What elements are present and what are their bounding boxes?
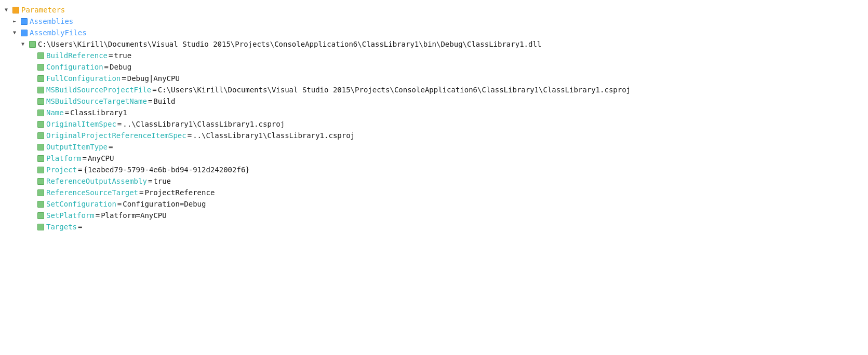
property-row[interactable]: FullConfiguration = Debug|AnyCPU [0,73,868,84]
property-value: ProjectReference [144,187,215,198]
property-icon [37,201,44,208]
equals-sign: = [109,141,113,153]
property-row[interactable]: MSBuildSourceProjectFile = C:\Users\Kiri… [0,84,868,95]
equals-sign: = [78,164,82,175]
property-row[interactable]: Targets = [0,221,868,233]
parameters-label: Parameters [21,4,65,16]
assemblyfiles-expander[interactable]: ▼ [10,29,19,37]
property-icon [37,189,44,196]
property-icon [37,132,44,139]
property-row[interactable]: OutputItemType = [0,141,868,153]
equals-sign: = [109,50,113,61]
property-row[interactable]: Project = {1eabed79-5799-4e6b-bd94-912d2… [0,164,868,175]
property-value: Debug [110,61,131,73]
property-name: FullConfiguration [46,73,121,84]
equals-sign: = [82,153,86,164]
property-row[interactable]: OriginalItemSpec = ..\ClassLibrary1\Clas… [0,118,868,130]
property-value: C:\Users\Kirill\Documents\Visual Studio … [158,84,631,95]
property-name: BuildReference [46,50,108,61]
property-icon [37,178,44,185]
assemblyfiles-row[interactable]: ▼ AssemblyFiles [0,27,868,38]
property-name: Platform [46,153,81,164]
property-icon [37,64,44,71]
property-icon [37,167,44,173]
property-name: ReferenceOutputAssembly [46,175,147,187]
property-name: Configuration [46,61,103,73]
property-value: AnyCPU [88,153,114,164]
property-value: true [114,50,131,61]
property-icon [37,98,44,105]
property-name: OriginalItemSpec [46,118,116,130]
equals-sign: = [104,61,109,73]
property-row[interactable]: OriginalProjectReferenceItemSpec = ..\Cl… [0,130,868,141]
property-row[interactable]: ReferenceSourceTarget = ProjectReference [0,187,868,198]
dll-row[interactable]: ▼ C:\Users\Kirill\Documents\Visual Studi… [0,38,868,50]
assemblies-icon [21,18,28,25]
property-icon [37,144,44,151]
dll-expander[interactable]: ▼ [19,40,27,48]
property-name: SetPlatform [46,210,95,221]
property-icon [37,87,44,93]
property-name: SetConfiguration [46,198,116,210]
properties-container: BuildReference = trueConfiguration = Deb… [0,50,868,233]
property-name: Targets [46,221,77,233]
assemblies-expander[interactable]: ► [10,17,19,25]
property-name: Project [46,164,77,175]
assemblyfiles-icon [21,30,28,36]
property-value: Debug|AnyCPU [127,73,180,84]
equals-sign: = [117,118,122,130]
property-row[interactable]: SetConfiguration = Configuration=Debug [0,198,868,210]
equals-sign: = [65,107,69,118]
tree-container: ▼ Parameters ► Assemblies ▼ AssemblyFile… [0,0,868,237]
property-icon [37,75,44,82]
property-row[interactable]: MSBuildSourceTargetName = Build [0,95,868,107]
property-row[interactable]: Platform = AnyCPU [0,153,868,164]
dll-path-label: C:\Users\Kirill\Documents\Visual Studio … [38,38,541,50]
assemblies-label: Assemblies [30,16,73,27]
property-name: ReferenceSourceTarget [46,187,138,198]
property-value: ..\ClassLibrary1\ClassLibrary1.csproj [193,130,355,141]
property-row[interactable]: Configuration = Debug [0,61,868,73]
property-value: ClassLibrary1 [70,107,127,118]
parameters-expander[interactable]: ▼ [2,6,10,14]
equals-sign: = [148,175,152,187]
property-name: MSBuildSourceProjectFile [46,84,151,95]
property-row[interactable]: Name = ClassLibrary1 [0,107,868,118]
property-row[interactable]: SetPlatform = Platform=AnyCPU [0,210,868,221]
assemblies-row[interactable]: ► Assemblies [0,16,868,27]
parameters-row[interactable]: ▼ Parameters [0,4,868,16]
equals-sign: = [139,187,143,198]
equals-sign: = [152,84,156,95]
assemblyfiles-label: AssemblyFiles [30,27,87,38]
property-icon [37,52,44,59]
equals-sign: = [78,221,82,233]
equals-sign: = [122,73,126,84]
property-value: Configuration=Debug [123,198,206,210]
property-name: Name [46,107,64,118]
equals-sign: = [188,130,192,141]
equals-sign: = [117,198,122,210]
property-row[interactable]: BuildReference = true [0,50,868,61]
parameters-icon [12,7,19,13]
property-value: {1eabed79-5799-4e6b-bd94-912d242002f6} [83,164,249,175]
property-icon [37,155,44,162]
property-name: MSBuildSourceTargetName [46,95,147,107]
equals-sign: = [148,95,152,107]
property-icon [37,121,44,128]
property-icon [37,110,44,116]
property-icon [37,224,44,230]
property-name: OriginalProjectReferenceItemSpec [46,130,186,141]
property-value: ..\ClassLibrary1\ClassLibrary1.csproj [123,118,285,130]
dll-icon [29,41,36,48]
property-name: OutputItemType [46,141,108,153]
property-value: Build [153,95,175,107]
property-row[interactable]: ReferenceOutputAssembly = true [0,175,868,187]
property-value: Platform=AnyCPU [101,210,166,221]
equals-sign: = [96,210,100,221]
property-icon [37,212,44,219]
property-value: true [153,175,171,187]
